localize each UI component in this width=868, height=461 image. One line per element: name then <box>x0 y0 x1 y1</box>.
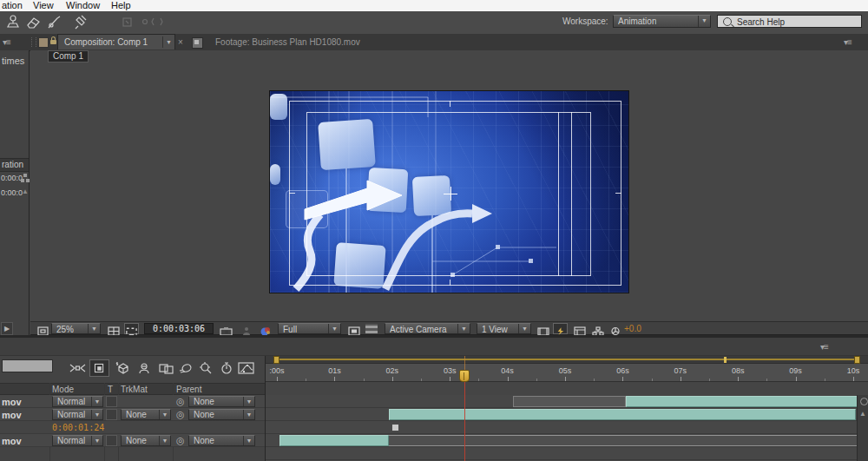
frame-blending-button[interactable] <box>156 360 176 376</box>
scroll-up-icon[interactable]: ▲ <box>859 410 866 418</box>
anchor-crosshair-icon <box>450 187 451 201</box>
parent-column-header[interactable]: Parent <box>176 385 201 394</box>
layer-row-2[interactable]: mov Normal ▼ None ▼ ◎ None ▼ <box>0 408 265 421</box>
ruler-tick <box>450 377 450 381</box>
clone-stamp-tool-icon[interactable] <box>3 14 23 30</box>
blend-mode-dropdown[interactable]: Normal ▼ <box>52 435 103 446</box>
reset-exposure-icon[interactable] <box>608 324 622 333</box>
mode-column-header[interactable]: Mode <box>52 385 74 394</box>
ruler-tick-label: 07s <box>674 366 687 375</box>
timeline-panel-menu-icon[interactable]: ▾≡ <box>820 343 828 352</box>
resolution-dropdown[interactable]: Full ▼ <box>278 323 341 334</box>
tab-composition[interactable]: Composition: Comp 1 ▼ <box>57 34 175 49</box>
shy-layers-button[interactable] <box>135 360 155 376</box>
motion-blur-button[interactable] <box>176 360 196 376</box>
project-item-row[interactable]: 0:00:0 ▲ <box>0 187 30 201</box>
draft-3d-button[interactable] <box>113 360 133 376</box>
left-panel-top-label: times <box>2 56 24 66</box>
workspace-dropdown[interactable]: Animation ▼ <box>613 15 711 28</box>
layer-row-3[interactable]: mov Normal ▼ None ▼ ◎ None ▼ <box>0 434 265 447</box>
ruler-tick <box>478 379 479 381</box>
trkmat-column-header[interactable]: TrkMat <box>121 385 148 394</box>
current-time-display[interactable]: 0:00:03:06 <box>144 323 214 334</box>
property-row[interactable]: 0:00:01:24 <box>0 421 265 434</box>
graph-editor-button[interactable] <box>236 360 256 376</box>
exposure-value[interactable]: +0.0 <box>624 324 641 333</box>
parent-dropdown[interactable]: None ▼ <box>188 396 255 407</box>
timeline-search-input[interactable] <box>2 359 53 372</box>
expand-arrow-icon[interactable]: ▶ <box>1 322 13 335</box>
always-preview-icon[interactable] <box>36 324 50 333</box>
t-column-header[interactable]: T <box>108 385 113 394</box>
search-help-input[interactable]: Search Help <box>717 15 862 28</box>
close-tab-icon[interactable]: × <box>178 37 183 47</box>
menu-help[interactable]: Help <box>111 0 131 11</box>
blend-mode-dropdown[interactable]: Normal ▼ <box>52 409 103 420</box>
view-layout-dropdown[interactable]: 1 View ▼ <box>477 323 531 334</box>
layer-duration-bar[interactable] <box>279 435 389 446</box>
ruler-tick <box>565 377 566 381</box>
show-channel-icon[interactable] <box>259 324 273 333</box>
ruler-tick <box>594 379 595 381</box>
3d-view-dropdown[interactable]: Active Camera ▼ <box>385 323 470 334</box>
fast-previews-icon[interactable] <box>553 323 568 334</box>
project-item-row[interactable]: 0:00:0 <box>0 172 30 186</box>
work-area-start-handle[interactable] <box>273 356 279 364</box>
preserve-transparency-checkbox[interactable] <box>106 435 117 446</box>
comp-flowchart-icon[interactable] <box>591 324 605 333</box>
panel-menu-icon[interactable]: ▾≡ <box>3 38 10 47</box>
tab-footage[interactable]: Footage: Business Plan HD1080.mov <box>215 37 360 47</box>
snapshot-camera-icon[interactable] <box>220 324 233 333</box>
layer-duration-bar[interactable] <box>626 396 860 407</box>
magnification-dropdown[interactable]: 25% ▼ <box>51 323 101 334</box>
scrollbar-knob-icon[interactable] <box>860 398 868 405</box>
pixel-aspect-icon[interactable] <box>536 324 550 333</box>
cti-handle[interactable] <box>459 370 470 382</box>
panel-grip[interactable] <box>31 37 36 47</box>
roto-brush-tool-icon[interactable] <box>45 14 64 30</box>
grid-guides-icon[interactable] <box>107 324 121 333</box>
work-area-end-handle[interactable] <box>854 356 860 364</box>
left-panel-edge: times ration 0:00:0 0:00:0 ▲ ▶ <box>0 50 30 339</box>
trkmat-dropdown[interactable]: None ▼ <box>121 409 171 420</box>
parent-pickwhip-icon[interactable]: ◎ <box>176 435 185 446</box>
parent-pickwhip-icon[interactable]: ◎ <box>176 396 185 407</box>
layer-duration-bar[interactable] <box>513 396 625 407</box>
preserve-transparency-checkbox[interactable] <box>106 396 117 407</box>
blend-mode-dropdown[interactable]: Normal ▼ <box>52 396 103 407</box>
menu-window[interactable]: Window <box>66 0 100 11</box>
chevron-down-icon[interactable]: ▼ <box>162 36 174 48</box>
footage-tab-icon <box>192 37 203 49</box>
show-snapshot-icon[interactable] <box>240 324 253 333</box>
parent-pickwhip-icon[interactable]: ◎ <box>176 409 185 420</box>
trkmat-dropdown[interactable]: None ▼ <box>121 435 171 446</box>
parent-dropdown[interactable]: None ▼ <box>188 409 255 420</box>
layer-row-1[interactable]: mov Normal ▼ ◎ None ▼ <box>0 395 265 408</box>
live-update-button[interactable] <box>89 359 109 377</box>
duration-column-header[interactable]: ration <box>0 158 29 172</box>
parent-dropdown[interactable]: None ▼ <box>188 435 255 446</box>
work-area-bar[interactable] <box>266 356 868 364</box>
comp-name-button[interactable]: Comp 1 <box>48 50 89 63</box>
composition-canvas[interactable] <box>269 90 629 293</box>
timeline-ruler[interactable]: :00s01s02s03s04s05s06s07s08s09s10s <box>266 364 868 382</box>
timeline-scrollbar[interactable]: ▲ <box>857 395 868 461</box>
center-tick <box>450 101 450 107</box>
center-tick <box>615 193 621 194</box>
keyframe-marker[interactable] <box>391 424 399 431</box>
mask-visibility-icon[interactable] <box>124 323 139 334</box>
eraser-tool-icon[interactable] <box>23 14 43 30</box>
transparency-grid-icon[interactable] <box>365 324 378 333</box>
preserve-transparency-checkbox[interactable] <box>106 409 117 420</box>
auto-keyframe-button[interactable] <box>217 360 237 376</box>
puppet-pin-tool-icon[interactable] <box>71 14 90 30</box>
layer-duration-bar[interactable] <box>389 409 856 420</box>
region-of-interest-icon[interactable] <box>347 324 361 333</box>
composition-mini-flowchart-icon[interactable] <box>68 360 88 376</box>
menu-view[interactable]: View <box>33 0 54 11</box>
timeline-button-icon[interactable] <box>573 324 587 333</box>
chevron-down-icon: ▼ <box>91 397 102 406</box>
menu-animation[interactable]: ation <box>2 0 23 11</box>
viewer-panel-menu-icon[interactable]: ▾≡ <box>844 38 852 47</box>
brainstorm-button[interactable] <box>196 360 216 376</box>
